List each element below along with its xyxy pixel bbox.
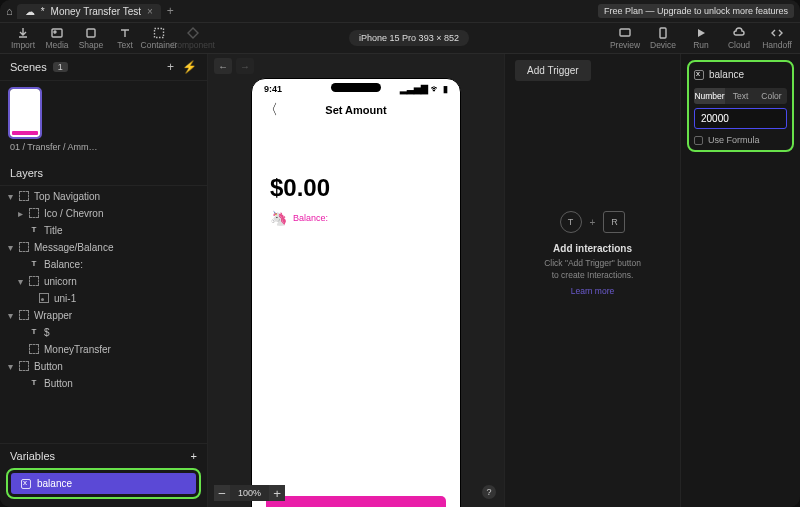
component-icon bbox=[187, 27, 199, 39]
canvas-nav: ← → bbox=[208, 54, 504, 78]
tab-text[interactable]: Text bbox=[725, 88, 756, 104]
trigger-placeholder-icon: T bbox=[560, 211, 582, 233]
layer-row[interactable]: TTitle bbox=[0, 222, 207, 239]
interactions-graphic: T + R bbox=[560, 211, 626, 233]
layer-label: Wrapper bbox=[34, 310, 72, 321]
layer-row[interactable]: ▾Top Navigation bbox=[0, 188, 207, 205]
text-icon bbox=[119, 27, 131, 39]
svg-point-1 bbox=[54, 31, 56, 33]
home-icon[interactable]: ⌂ bbox=[6, 5, 13, 17]
text-label: Text bbox=[117, 40, 133, 50]
code-icon bbox=[771, 27, 783, 39]
layer-row[interactable]: MoneyTransfer bbox=[0, 341, 207, 358]
use-formula-label: Use Formula bbox=[708, 135, 760, 145]
svg-rect-4 bbox=[620, 29, 630, 36]
learn-more-link[interactable]: Learn more bbox=[571, 286, 614, 296]
add-tab-button[interactable]: + bbox=[167, 4, 174, 18]
layer-row[interactable]: TBalance: bbox=[0, 256, 207, 273]
device-label: Device bbox=[650, 40, 676, 50]
layer-row[interactable]: ▾Wrapper bbox=[0, 307, 207, 324]
checkbox-icon[interactable] bbox=[694, 136, 703, 145]
nav-forward-button[interactable]: → bbox=[236, 58, 254, 74]
layer-label: Balance: bbox=[44, 259, 83, 270]
box-icon bbox=[19, 310, 29, 320]
use-formula-row[interactable]: Use Formula bbox=[694, 133, 787, 145]
amount-display: $0.00 bbox=[252, 124, 460, 208]
toolbar: Import Media Shape Text Container Compon… bbox=[0, 22, 800, 54]
layer-row[interactable]: ▾Message/Balance bbox=[0, 239, 207, 256]
layer-row[interactable]: TButton bbox=[0, 375, 207, 392]
layer-row[interactable]: ▸Ico / Chevron bbox=[0, 205, 207, 222]
component-label: Component bbox=[171, 40, 215, 50]
layer-label: Button bbox=[34, 361, 63, 372]
variables-header: Variables + bbox=[0, 444, 207, 468]
layer-row[interactable]: uni-1 bbox=[0, 290, 207, 307]
variable-row-balance[interactable]: balance bbox=[11, 473, 196, 494]
inspector-highlight: balance Number Text Color Use Formula bbox=[687, 60, 794, 152]
chevron-icon[interactable]: ▾ bbox=[16, 276, 24, 287]
layer-row[interactable]: T$ bbox=[0, 324, 207, 341]
chevron-icon[interactable]: ▾ bbox=[6, 361, 14, 372]
add-variable-icon[interactable]: + bbox=[191, 450, 197, 462]
img-icon bbox=[39, 293, 49, 303]
media-button[interactable]: Media bbox=[40, 27, 74, 50]
balance-label: Balance: bbox=[293, 213, 328, 223]
file-name: Money Transfer Test bbox=[51, 6, 141, 17]
variable-value-input[interactable] bbox=[694, 108, 787, 129]
signal-icon: ▂▃▅▇ bbox=[400, 84, 428, 94]
scenes-count: 1 bbox=[53, 62, 68, 72]
box-icon bbox=[19, 242, 29, 252]
tab-number[interactable]: Number bbox=[694, 88, 725, 104]
help-button[interactable]: ? bbox=[482, 485, 496, 499]
box-icon bbox=[29, 208, 39, 218]
handoff-button[interactable]: Handoff bbox=[760, 27, 794, 50]
layer-row[interactable]: ▾unicorn bbox=[0, 273, 207, 290]
device-selector[interactable]: iPhone 15 Pro 393 × 852 bbox=[349, 30, 469, 46]
layer-label: Title bbox=[44, 225, 63, 236]
chevron-icon[interactable]: ▾ bbox=[6, 310, 14, 321]
tab-color[interactable]: Color bbox=[756, 88, 787, 104]
response-placeholder-icon: R bbox=[603, 211, 625, 233]
nav-back-button[interactable]: ← bbox=[214, 58, 232, 74]
shape-button[interactable]: Shape bbox=[74, 27, 108, 50]
continue-button[interactable]: Continue bbox=[266, 496, 446, 507]
device-button[interactable]: Device bbox=[646, 27, 680, 50]
upgrade-banner[interactable]: Free Plan — Upgrade to unlock more featu… bbox=[598, 4, 794, 18]
close-tab-icon[interactable]: × bbox=[147, 6, 153, 17]
zoom-control: − 100% + bbox=[214, 485, 285, 501]
run-button[interactable]: Run bbox=[684, 27, 718, 50]
zoom-out-button[interactable]: − bbox=[214, 485, 230, 501]
preview-button[interactable]: Preview bbox=[608, 27, 642, 50]
run-label: Run bbox=[693, 40, 709, 50]
scene-name: 01 / Transfer / Amm… bbox=[10, 142, 197, 153]
app-window: ⌂ ☁ * Money Transfer Test × + Free Plan … bbox=[0, 0, 800, 507]
chevron-icon[interactable]: ▸ bbox=[16, 208, 24, 219]
layer-label: MoneyTransfer bbox=[44, 344, 111, 355]
add-scene-icon[interactable]: + bbox=[167, 60, 174, 74]
text-button[interactable]: Text bbox=[108, 27, 142, 50]
variables-highlight: balance bbox=[6, 468, 201, 499]
file-tab[interactable]: ☁ * Money Transfer Test × bbox=[17, 4, 161, 19]
component-button[interactable]: Component bbox=[176, 27, 210, 50]
layer-label: Ico / Chevron bbox=[44, 208, 103, 219]
add-trigger-button[interactable]: Add Trigger bbox=[515, 60, 591, 81]
box-icon bbox=[29, 344, 39, 354]
scene-thumbnail[interactable] bbox=[10, 89, 40, 137]
chevron-left-icon[interactable]: 〈 bbox=[264, 101, 278, 119]
layer-row[interactable]: ▾Button bbox=[0, 358, 207, 375]
type-tabs: Number Text Color bbox=[694, 88, 787, 104]
dynamic-island bbox=[331, 83, 381, 92]
balance-row: 🦄 Balance: bbox=[252, 208, 460, 228]
chevron-icon[interactable]: ▾ bbox=[6, 191, 14, 202]
zoom-in-button[interactable]: + bbox=[269, 485, 285, 501]
cloud-icon bbox=[733, 27, 745, 39]
shape-label: Shape bbox=[79, 40, 104, 50]
layers-title: Layers bbox=[10, 167, 43, 179]
import-button[interactable]: Import bbox=[6, 27, 40, 50]
flash-icon[interactable]: ⚡ bbox=[182, 60, 197, 74]
preview-label: Preview bbox=[610, 40, 640, 50]
inspector-var-name: balance bbox=[709, 69, 744, 80]
cloud-button[interactable]: Cloud bbox=[722, 27, 756, 50]
layer-label: $ bbox=[44, 327, 50, 338]
chevron-icon[interactable]: ▾ bbox=[6, 242, 14, 253]
